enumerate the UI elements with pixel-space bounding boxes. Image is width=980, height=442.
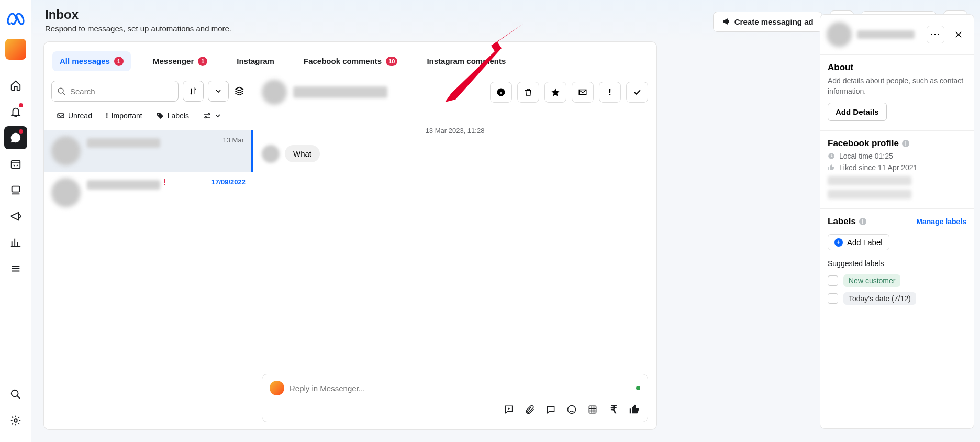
menu-icon[interactable] (4, 257, 27, 280)
svg-rect-0 (12, 161, 20, 169)
chevron-down-icon (215, 113, 220, 118)
page-title: Inbox (45, 7, 231, 22)
svg-point-11 (208, 114, 210, 115)
more-button[interactable]: ··· (927, 26, 944, 43)
thread-item[interactable]: 13 Mar (44, 130, 253, 172)
badge: 10 (386, 57, 397, 66)
create-messaging-ad-button[interactable]: Create messaging ad (713, 12, 822, 32)
thread-list: Unread !Important Labels 13 Mar ! 17/09/… (44, 73, 253, 429)
svg-point-14 (568, 406, 576, 414)
create-ad-label: Create messaging ad (734, 17, 814, 26)
saved-reply-icon[interactable] (503, 404, 515, 415)
sliders-icon (203, 111, 212, 120)
done-button[interactable] (626, 82, 648, 103)
conversation-header: ! (253, 73, 656, 111)
important-button[interactable]: ! (599, 82, 621, 103)
tab-all-messages[interactable]: All messages1 (52, 51, 131, 71)
thread-item[interactable]: ! 17/09/2022 (44, 172, 253, 214)
inbox-panel: All messages1 Messenger1 Instagram Faceb… (44, 42, 656, 429)
label-checkbox[interactable] (828, 275, 838, 286)
home-icon[interactable] (4, 74, 27, 97)
label-chip-todays-date[interactable]: Today's date (7/12) (843, 292, 916, 305)
grid-icon[interactable] (587, 404, 598, 415)
exclamation-icon: ! (106, 112, 108, 120)
settings-icon[interactable] (4, 409, 27, 432)
close-icon (954, 30, 963, 39)
tab-facebook-comments[interactable]: Facebook comments10 (296, 51, 405, 71)
close-button[interactable] (950, 26, 967, 43)
label-checkbox[interactable] (828, 293, 838, 304)
posts-icon[interactable] (4, 179, 27, 202)
label-chip-new-customer[interactable]: New customer (843, 274, 900, 287)
calendar-icon[interactable] (4, 152, 27, 175)
reply-composer[interactable]: ₹ (262, 374, 648, 422)
local-time: Local time 01:25 (839, 152, 893, 160)
redacted-info (828, 176, 911, 185)
message-bubble: What (285, 145, 320, 162)
tag-icon (156, 112, 164, 120)
info-button[interactable] (490, 82, 512, 103)
attachment-icon[interactable] (524, 404, 536, 415)
fb-profile-heading: Facebook profile (828, 138, 899, 149)
thread-name-redacted (87, 180, 160, 190)
filter-important[interactable]: !Important (101, 108, 148, 123)
suggested-label-row: New customer (828, 274, 966, 287)
svg-point-9 (58, 88, 63, 93)
inbox-icon[interactable] (4, 126, 27, 149)
tab-messenger[interactable]: Messenger1 (146, 51, 215, 71)
badge: 1 (114, 57, 124, 66)
ads-icon[interactable] (4, 205, 27, 228)
svg-point-2 (12, 390, 18, 397)
left-nav-rail (0, 0, 31, 442)
page-avatar[interactable] (5, 39, 26, 60)
info-icon (496, 87, 506, 97)
filter-labels[interactable]: Labels (151, 108, 194, 123)
add-label-button[interactable]: +Add Label (828, 234, 889, 250)
add-details-button[interactable]: Add Details (828, 103, 887, 121)
filter-unread[interactable]: Unread (51, 108, 97, 123)
exclamation-icon: ! (608, 87, 611, 98)
badge: 1 (198, 57, 207, 66)
notifications-icon[interactable] (4, 100, 27, 123)
info-icon[interactable]: i (859, 218, 866, 225)
search-input[interactable] (70, 87, 173, 96)
liked-since: Liked since 11 Apr 2021 (839, 163, 917, 172)
tab-instagram-comments[interactable]: Instagram comments (419, 51, 513, 71)
mail-button[interactable] (572, 82, 594, 103)
sort-dropdown-button[interactable] (208, 81, 229, 102)
search-input-wrapper[interactable] (51, 81, 179, 102)
search-icon (57, 87, 66, 96)
clock-icon (828, 152, 835, 160)
filter-settings[interactable] (197, 108, 226, 124)
contact-name-redacted (857, 30, 915, 39)
thumb-icon (828, 164, 835, 171)
thread-date: 13 Mar (223, 136, 244, 165)
megaphone-icon (722, 17, 730, 26)
info-icon[interactable]: i (902, 140, 909, 147)
search-icon[interactable] (4, 383, 27, 406)
star-button[interactable] (544, 82, 566, 103)
avatar (262, 80, 287, 105)
facebook-profile-section: Facebook profilei Local time 01:25 Liked… (820, 131, 974, 209)
online-indicator (636, 386, 640, 390)
message-timestamp: 13 Mar 2023, 11:28 (262, 127, 648, 135)
message-row: What (262, 145, 648, 163)
layers-icon[interactable] (233, 86, 246, 96)
currency-icon[interactable]: ₹ (608, 404, 619, 415)
svg-rect-15 (589, 406, 596, 413)
trash-icon (524, 87, 533, 97)
emoji-icon[interactable] (566, 404, 577, 415)
delete-button[interactable] (517, 82, 539, 103)
manage-labels-link[interactable]: Manage labels (916, 217, 966, 226)
like-icon[interactable] (629, 404, 640, 415)
tab-instagram[interactable]: Instagram (229, 51, 282, 71)
mail-icon (578, 87, 587, 97)
about-heading: About (828, 62, 966, 73)
svg-rect-1 (12, 186, 20, 192)
thread-name-redacted (87, 138, 160, 148)
message-icon[interactable] (545, 404, 556, 415)
insights-icon[interactable] (4, 231, 27, 254)
reply-input[interactable] (289, 384, 631, 393)
sort-button[interactable] (183, 81, 204, 102)
contact-details-panel: ··· About Add details about people, such… (820, 15, 974, 428)
